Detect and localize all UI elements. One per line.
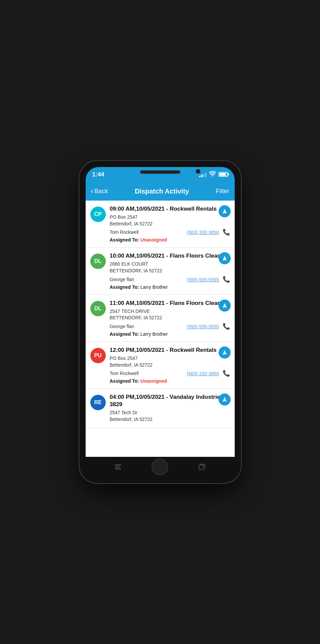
phone-link-1[interactable]: (563) 332-3050 [187, 230, 219, 235]
dispatch-list: CP 09:00 AM,10/05/2021 - Rockwell Rental… [86, 201, 235, 457]
navigation-bar: ‹ Back Dispatch Activity Filter [86, 182, 235, 201]
svg-rect-2 [115, 469, 121, 470]
svg-rect-1 [115, 467, 120, 468]
item-title-3: 11:00 AM,10/05/2021 - Flans Floors Clean… [110, 300, 230, 307]
avatar-2: DL [90, 254, 106, 269]
item-address1-5: 2547 Tech Dr [110, 410, 230, 416]
dispatch-item-3[interactable]: DL 11:00 AM,10/05/2021 - Flans Floors Cl… [86, 295, 235, 342]
contact-name-3: George flan [110, 324, 134, 329]
filter-button[interactable]: Filter [216, 188, 229, 195]
item-address1-1: PO Box 2547 [110, 214, 230, 221]
item-address1-3: 2547 TECH DRIVE [110, 308, 230, 315]
item-title-4: 12:00 PM,10/05/2021 - Rockwell Rentals [110, 346, 230, 354]
navigate-icon-5[interactable] [219, 393, 231, 406]
item-title-2: 10:00 AM,10/05/2021 - Flans Floors Clean… [110, 252, 230, 260]
call-icon-3[interactable]: 📞 [223, 323, 230, 330]
assigned-value-1: Unassigned [140, 237, 167, 243]
home-button[interactable] [151, 459, 168, 475]
assigned-value-4: Unassigned [140, 378, 167, 384]
dispatch-item-2[interactable]: DL 10:00 AM,10/05/2021 - Flans Floors Cl… [86, 248, 235, 294]
avatar-4: PU [90, 348, 106, 363]
contact-name-1: Tom Rockwell [110, 229, 139, 235]
item-address2-4: Bettendorf, IA 52722 [110, 362, 230, 369]
item-contact-row-4: Tom Rockwell (563) 332-3050 📞 [110, 370, 230, 377]
assigned-row-4: Assigned To: Unassigned [110, 378, 230, 384]
item-address1-4: PO Box 2547 [110, 355, 230, 362]
item-address1-2: 2880 ELK COURT [110, 261, 230, 268]
item-address2-5: Bettendorf, IA 52722 [110, 416, 230, 423]
wifi-icon [209, 171, 216, 178]
item-contact-row-2: George flan (555) 555-5555 📞 [110, 276, 230, 283]
item-address2-1: Bettendorf, IA 52722 [110, 221, 230, 227]
back-nav-button[interactable] [113, 463, 123, 471]
front-camera [196, 169, 200, 174]
status-time: 1:44 [92, 171, 104, 178]
avatar-5: RE [90, 395, 106, 410]
svg-rect-0 [115, 465, 121, 466]
assigned-value-2: Larry Brother [140, 284, 168, 290]
phone-link-3[interactable]: (555) 555-5555 [187, 324, 219, 329]
status-bar: 1:44 [86, 167, 235, 182]
item-contact-row-3: George flan (555) 555-5555 📞 [110, 323, 230, 330]
call-icon-1[interactable]: 📞 [223, 229, 230, 235]
back-button[interactable]: ‹ Back [91, 187, 108, 196]
dispatch-item-1[interactable]: CP 09:00 AM,10/05/2021 - Rockwell Rental… [86, 201, 235, 248]
navigate-icon-2[interactable] [219, 252, 231, 264]
avatar-3: DL [90, 301, 106, 316]
item-address2-3: BETTENDORF, IA 52722 [110, 315, 230, 321]
navigate-icon-4[interactable] [219, 346, 231, 359]
item-content-2: 10:00 AM,10/05/2021 - Flans Floors Clean… [110, 252, 230, 289]
phone-bottom-bar [86, 457, 235, 477]
item-address2-2: BETTENDORF, IA 52722 [110, 268, 230, 274]
phone-frame: 1:44 ‹ [80, 161, 241, 483]
recents-button[interactable] [197, 463, 207, 471]
phone-link-4[interactable]: (563) 332-3050 [187, 371, 219, 376]
assigned-row-1: Assigned To: Unassigned [110, 237, 230, 243]
phone-link-2[interactable]: (555) 555-5555 [187, 277, 219, 282]
item-content-1: 09:00 AM,10/05/2021 - Rockwell Rentals P… [110, 205, 230, 243]
navigate-icon-3[interactable] [219, 300, 231, 312]
item-contact-row-1: Tom Rockwell (563) 332-3050 📞 [110, 228, 230, 236]
call-icon-2[interactable]: 📞 [223, 276, 230, 283]
item-content-4: 12:00 PM,10/05/2021 - Rockwell Rentals P… [110, 346, 230, 384]
item-title-5: 04:00 PM,10/05/2021 - Vandalay Industrie… [110, 393, 230, 408]
svg-rect-3 [199, 465, 203, 470]
assigned-row-3: Assigned To: Larry Brother [110, 331, 230, 337]
dispatch-item-4[interactable]: PU 12:00 PM,10/05/2021 - Rockwell Rental… [86, 342, 235, 389]
contact-name-4: Tom Rockwell [110, 371, 139, 376]
page-title: Dispatch Activity [135, 187, 189, 195]
item-content-3: 11:00 AM,10/05/2021 - Flans Floors Clean… [110, 300, 230, 337]
item-content-5: 04:00 PM,10/05/2021 - Vandalay Industrie… [110, 393, 230, 423]
call-icon-4[interactable]: 📞 [223, 370, 230, 377]
avatar-1: CP [90, 207, 106, 222]
back-chevron-icon: ‹ [91, 187, 93, 196]
navigate-icon-1[interactable] [219, 205, 231, 217]
battery-icon [219, 172, 228, 177]
assigned-value-3: Larry Brother [140, 331, 168, 337]
back-label: Back [95, 188, 108, 195]
status-icons [199, 171, 228, 178]
assigned-row-2: Assigned To: Larry Brother [110, 284, 230, 290]
item-title-1: 09:00 AM,10/05/2021 - Rockwell Rentals [110, 205, 230, 213]
phone-speaker [140, 170, 180, 174]
contact-name-2: George flan [110, 277, 134, 282]
dispatch-item-5[interactable]: RE 04:00 PM,10/05/2021 - Vandalay Indust… [86, 389, 235, 428]
